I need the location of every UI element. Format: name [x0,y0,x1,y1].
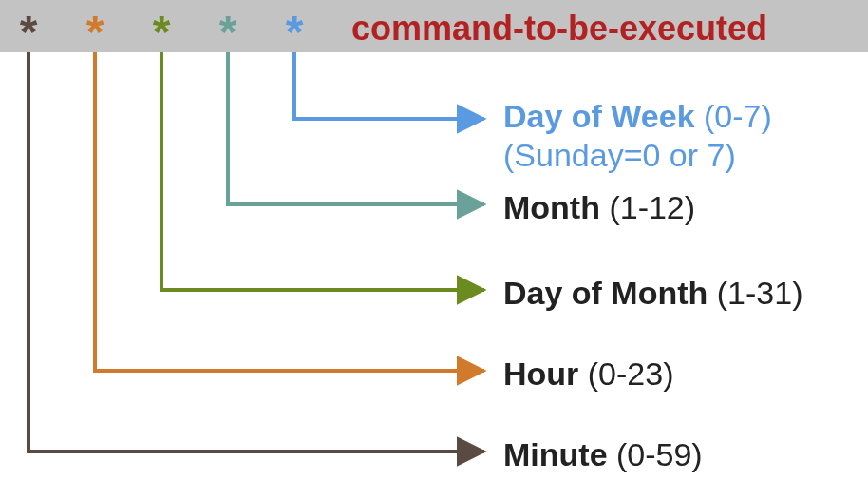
star-month: * [219,10,237,55]
label-hour-range: (0-23) [588,356,674,392]
cron-syntax-diagram: * * * * * command-to-be-executed [0,0,868,481]
label-minute-range: (0-59) [616,436,703,472]
line-minute [28,52,484,452]
label-day-of-month: Day of Month (1-31) [503,274,802,313]
label-minute-name: Minute [503,436,608,472]
command-placeholder: command-to-be-executed [351,11,767,46]
label-month-range: (1-12) [609,189,695,225]
line-month [228,52,484,204]
label-day-of-week: Day of Week (0-7) (Sunday=0 or 7) [503,97,772,175]
line-day-of-week [294,52,484,119]
line-hour [95,52,484,371]
label-hour: Hour (0-23) [503,355,673,394]
label-day-of-month-name: Day of Month [503,275,708,311]
line-day-of-month [161,52,484,290]
label-minute: Minute (0-59) [503,435,703,474]
label-month-name: Month [503,189,600,225]
label-day-of-week-range: (0-7) [704,98,772,134]
star-hour: * [86,10,104,55]
label-day-of-week-name: Day of Week [503,98,695,134]
star-day-of-week: * [286,10,304,55]
label-day-of-month-range: (1-31) [717,275,803,311]
label-month: Month (1-12) [503,188,695,227]
star-day-of-month: * [153,10,171,55]
label-day-of-week-note: (Sunday=0 or 7) [503,136,772,175]
star-minute: * [20,10,38,55]
label-hour-name: Hour [503,356,578,392]
connector-lines [0,0,868,481]
